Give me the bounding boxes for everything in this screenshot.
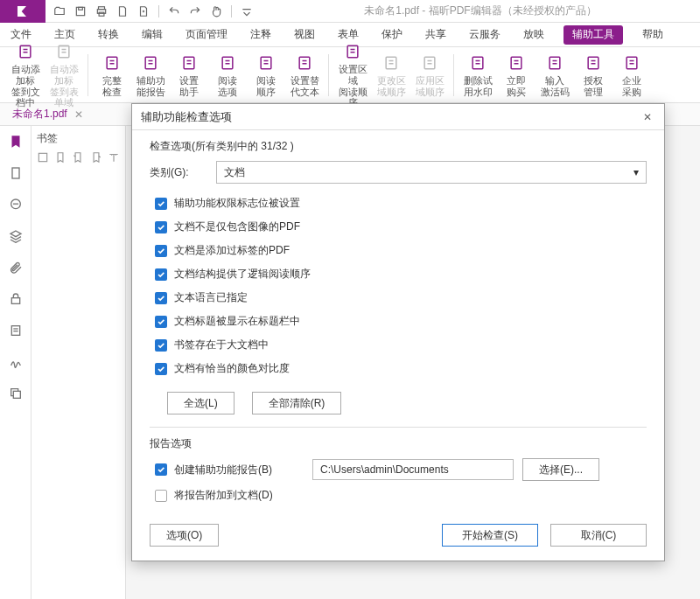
- tool-label: 自动添加标签到文档中: [7, 64, 44, 108]
- ribbon-tab-页面管理[interactable]: 页面管理: [182, 23, 231, 47]
- dropdown-icon[interactable]: [238, 3, 256, 20]
- svg-rect-8: [145, 57, 156, 68]
- ribbon-tool[interactable]: 企业采购: [613, 52, 650, 97]
- check-item: 文档是添加过标签的PDF: [155, 243, 647, 258]
- copy-rail-icon[interactable]: [5, 383, 26, 404]
- window-title: 未命名1.pdf - 福昕PDF编辑器（未经授权的产品）: [261, 3, 700, 18]
- bm-collapse-icon[interactable]: [37, 151, 49, 165]
- checkbox[interactable]: [155, 363, 167, 375]
- ribbon-tab-转换[interactable]: 转换: [94, 23, 122, 47]
- redo-icon[interactable]: [186, 3, 204, 20]
- checkbox[interactable]: [155, 198, 167, 210]
- check-label: 文档有恰当的颜色对比度: [174, 361, 290, 376]
- ribbon-tab-放映[interactable]: 放映: [520, 23, 548, 47]
- attach-report-label: 将报告附加到文档(D): [174, 488, 273, 503]
- ribbon-tool[interactable]: 完整检查: [94, 52, 130, 97]
- bookmark-rail-icon[interactable]: [5, 131, 26, 152]
- tool-icon: [583, 52, 604, 73]
- page-rail-icon[interactable]: [5, 163, 26, 184]
- svg-rect-14: [386, 57, 396, 68]
- check-item: 文档结构提供了逻辑阅读顺序: [155, 267, 647, 282]
- ribbon-tool[interactable]: 阅读顺序: [248, 52, 284, 97]
- tool-icon: [53, 41, 74, 62]
- security-rail-icon[interactable]: [5, 289, 26, 310]
- category-select[interactable]: 文档 ▾: [216, 161, 647, 184]
- signature-rail-icon[interactable]: [5, 352, 26, 373]
- ribbon-tab-帮助[interactable]: 帮助: [639, 23, 667, 47]
- dialog-title: 辅助功能检查选项: [141, 109, 232, 125]
- dialog-close-icon[interactable]: ✕: [640, 109, 655, 125]
- ribbon-tool: 自动添加标签到表单域: [46, 41, 82, 108]
- ribbon-tab-注释[interactable]: 注释: [247, 23, 275, 47]
- checkbox[interactable]: [155, 268, 167, 281]
- tool-label: 立即购买: [507, 75, 526, 97]
- ribbon-tool: 更改区域顺序: [373, 52, 410, 97]
- svg-rect-15: [424, 57, 435, 68]
- undo-icon[interactable]: [165, 3, 183, 20]
- page-icon[interactable]: [114, 3, 131, 20]
- checkbox[interactable]: [155, 339, 167, 352]
- start-check-button[interactable]: 开始检查(S): [442, 524, 538, 547]
- layers-rail-icon[interactable]: [5, 226, 26, 247]
- tool-icon: [217, 52, 238, 73]
- checkbox[interactable]: [155, 245, 167, 257]
- choose-path-button[interactable]: 选择(E)...: [522, 458, 599, 481]
- ribbon-tool[interactable]: 立即购买: [498, 52, 535, 97]
- ribbon-tool[interactable]: 删除试用水印: [459, 52, 496, 97]
- clear-all-button[interactable]: 全部清除(R): [252, 392, 342, 414]
- svg-rect-30: [13, 391, 20, 398]
- ribbon-tool[interactable]: 授权管理: [575, 52, 612, 97]
- attachment-rail-icon[interactable]: [5, 257, 26, 278]
- ribbon-tab-辅助工具[interactable]: 辅助工具: [564, 25, 623, 45]
- options-button[interactable]: 选项(O): [150, 524, 219, 547]
- ribbon-tool[interactable]: 输入激活码: [536, 52, 573, 97]
- ribbon-tab-共享[interactable]: 共享: [422, 23, 450, 47]
- comment-rail-icon[interactable]: [5, 194, 26, 215]
- tool-label: 阅读选项: [218, 75, 237, 97]
- create-report-checkbox[interactable]: [155, 463, 167, 476]
- check-label: 文档不是仅包含图像的PDF: [174, 219, 300, 234]
- ribbon-tab-云服务[interactable]: 云服务: [466, 23, 504, 47]
- close-icon[interactable]: ✕: [74, 108, 83, 121]
- cancel-button[interactable]: 取消(C): [550, 524, 647, 547]
- ribbon-tool[interactable]: 辅助功能报告: [132, 52, 169, 97]
- tool-icon: [419, 52, 440, 73]
- tool-icon: [256, 52, 276, 73]
- ribbon-tab-保护[interactable]: 保护: [378, 23, 406, 47]
- document-tab[interactable]: 未命名1.pdf ✕: [5, 107, 90, 122]
- ribbon-tool[interactable]: 设置区域阅读顺序: [334, 41, 371, 108]
- open-icon[interactable]: [51, 3, 68, 20]
- tool-label: 应用区域顺序: [416, 75, 444, 97]
- tool-icon: [102, 52, 122, 73]
- tool-icon: [342, 41, 363, 62]
- bm-new-icon[interactable]: [54, 151, 66, 165]
- ribbon-tab-视图[interactable]: 视图: [290, 23, 318, 47]
- attach-report-checkbox[interactable]: [155, 490, 167, 502]
- print-icon[interactable]: [93, 3, 110, 20]
- bm-find-icon[interactable]: [90, 151, 102, 165]
- report-path-input[interactable]: C:\Users\admin\Documents: [312, 459, 514, 480]
- checkbox[interactable]: [155, 292, 167, 304]
- check-label: 文档是添加过标签的PDF: [174, 243, 290, 258]
- check-item: 书签存在于大文档中: [155, 338, 647, 352]
- ribbon-tool[interactable]: 自动添加标签到文档中: [7, 41, 44, 108]
- save-icon[interactable]: [72, 3, 89, 20]
- ribbon-tool[interactable]: 阅读选项: [209, 52, 246, 97]
- tool-label: 设置替代文本: [290, 75, 319, 97]
- ribbon-tab-编辑[interactable]: 编辑: [138, 23, 166, 47]
- checkbox[interactable]: [155, 316, 167, 328]
- chevron-down-icon: ▾: [634, 166, 639, 178]
- ribbon-tool[interactable]: 设置替代文本: [286, 52, 323, 97]
- check-item: 文档标题被显示在标题栏中: [155, 314, 647, 329]
- create-report-label: 创建辅助功能报告(B): [174, 463, 272, 477]
- ribbon-tool[interactable]: 设置助手: [171, 52, 207, 97]
- page-plus-icon[interactable]: [135, 3, 152, 20]
- checkbox[interactable]: [155, 221, 167, 233]
- bm-expand-icon[interactable]: [72, 151, 84, 165]
- fields-rail-icon[interactable]: [5, 320, 26, 341]
- svg-rect-20: [626, 57, 637, 68]
- tool-icon: [381, 52, 402, 73]
- bm-text-icon[interactable]: [108, 151, 120, 165]
- hand-icon[interactable]: [207, 3, 225, 20]
- select-all-button[interactable]: 全选(L): [167, 392, 234, 414]
